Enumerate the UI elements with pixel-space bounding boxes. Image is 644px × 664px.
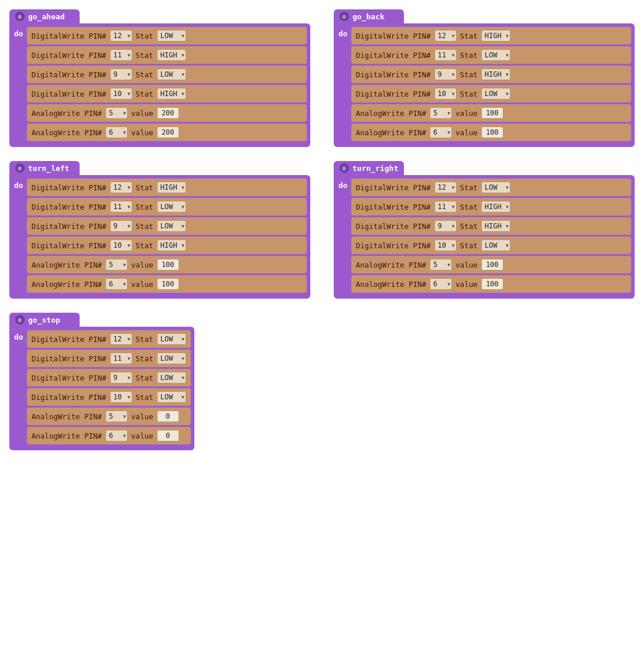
stat-dropdown-wrap[interactable]: LOWHIGH: [481, 30, 511, 42]
pin-dropdown-wrap[interactable]: 569101112: [110, 391, 132, 403]
stat-dropdown[interactable]: LOWHIGH: [157, 220, 186, 232]
stat-dropdown-wrap[interactable]: LOWHIGH: [157, 333, 186, 345]
pin-dropdown[interactable]: 569101112: [110, 352, 132, 364]
stat-dropdown[interactable]: LOWHIGH: [481, 88, 511, 100]
pin-dropdown[interactable]: 569101112: [110, 201, 132, 213]
pin-dropdown-wrap[interactable]: 569101112: [434, 182, 457, 193]
stat-dropdown-wrap[interactable]: LOWHIGH: [157, 391, 186, 403]
pin-dropdown[interactable]: 569101112: [105, 126, 128, 138]
stat-dropdown[interactable]: LOWHIGH: [157, 391, 186, 403]
pin-dropdown-wrap[interactable]: 569101112: [110, 333, 132, 345]
pin-dropdown[interactable]: 569101112: [110, 30, 132, 42]
stat-dropdown[interactable]: LOWHIGH: [481, 30, 511, 42]
stat-dropdown[interactable]: LOWHIGH: [157, 69, 186, 80]
pin-dropdown-wrap[interactable]: 569101112: [110, 239, 132, 251]
pin-dropdown[interactable]: 569101112: [110, 220, 132, 232]
stat-dropdown-wrap[interactable]: LOWHIGH: [157, 372, 186, 384]
pin-dropdown-wrap[interactable]: 569101112: [105, 259, 128, 271]
stat-dropdown[interactable]: LOWHIGH: [157, 352, 186, 364]
stat-dropdown-wrap[interactable]: LOWHIGH: [157, 201, 186, 213]
pin-dropdown-wrap[interactable]: 569101112: [430, 126, 452, 138]
pin-dropdown[interactable]: 569101112: [434, 49, 457, 61]
pin-dropdown[interactable]: 569101112: [430, 126, 452, 138]
pin-dropdown-wrap[interactable]: 569101112: [434, 30, 457, 42]
stat-dropdown-wrap[interactable]: LOWHIGH: [481, 220, 511, 232]
pin-dropdown[interactable]: 569101112: [110, 69, 132, 80]
stat-dropdown[interactable]: LOWHIGH: [157, 88, 186, 100]
pin-dropdown[interactable]: 569101112: [434, 30, 457, 42]
pin-dropdown-wrap[interactable]: 569101112: [434, 49, 457, 61]
stat-dropdown[interactable]: LOWHIGH: [481, 239, 511, 251]
pin-dropdown[interactable]: 569101112: [110, 182, 132, 193]
stat-dropdown-wrap[interactable]: LOWHIGH: [157, 69, 186, 80]
pin-dropdown-wrap[interactable]: 569101112: [430, 278, 452, 290]
pin-dropdown[interactable]: 569101112: [434, 88, 457, 100]
pin-dropdown[interactable]: 569101112: [110, 88, 132, 100]
pin-dropdown[interactable]: 569101112: [105, 107, 128, 119]
stat-dropdown[interactable]: LOWHIGH: [157, 201, 186, 213]
pin-dropdown[interactable]: 569101112: [110, 239, 132, 251]
pin-dropdown-wrap[interactable]: 569101112: [110, 372, 132, 384]
stat-dropdown[interactable]: LOWHIGH: [157, 372, 186, 384]
pin-dropdown-wrap[interactable]: 569101112: [105, 410, 128, 422]
pin-dropdown-wrap[interactable]: 569101112: [434, 201, 457, 213]
stat-dropdown[interactable]: LOWHIGH: [481, 182, 511, 193]
pin-dropdown-wrap[interactable]: 569101112: [105, 278, 128, 290]
stat-dropdown-wrap[interactable]: LOWHIGH: [157, 30, 186, 42]
pin-dropdown-wrap[interactable]: 569101112: [430, 259, 452, 271]
pin-dropdown-wrap[interactable]: 569101112: [110, 69, 132, 80]
stat-dropdown-wrap[interactable]: LOWHIGH: [481, 88, 511, 100]
stat-dropdown[interactable]: LOWHIGH: [481, 201, 511, 213]
pin-dropdown-wrap[interactable]: 569101112: [110, 201, 132, 213]
pin-dropdown[interactable]: 569101112: [105, 278, 128, 290]
pin-dropdown[interactable]: 569101112: [105, 259, 128, 271]
stat-dropdown[interactable]: LOWHIGH: [481, 69, 511, 80]
stat-dropdown[interactable]: LOWHIGH: [157, 30, 186, 42]
stat-dropdown-wrap[interactable]: LOWHIGH: [481, 69, 511, 80]
pin-dropdown[interactable]: 569101112: [105, 430, 128, 441]
stat-dropdown-wrap[interactable]: LOWHIGH: [481, 239, 511, 251]
stat-dropdown[interactable]: LOWHIGH: [157, 333, 186, 345]
pin-dropdown-wrap[interactable]: 569101112: [105, 107, 128, 119]
pin-dropdown-wrap[interactable]: 569101112: [434, 69, 457, 80]
pin-dropdown[interactable]: 569101112: [105, 410, 128, 422]
pin-dropdown-wrap[interactable]: 569101112: [110, 49, 132, 61]
pin-dropdown-wrap[interactable]: 569101112: [105, 126, 128, 138]
pin-dropdown[interactable]: 569101112: [434, 182, 457, 193]
pin-dropdown[interactable]: 569101112: [434, 201, 457, 213]
pin-dropdown-wrap[interactable]: 569101112: [110, 220, 132, 232]
pin-dropdown[interactable]: 569101112: [110, 372, 132, 384]
pin-dropdown-wrap[interactable]: 569101112: [110, 30, 132, 42]
pin-dropdown-wrap[interactable]: 569101112: [430, 107, 452, 119]
stat-dropdown-wrap[interactable]: LOWHIGH: [157, 239, 186, 251]
pin-dropdown[interactable]: 569101112: [430, 278, 452, 290]
pin-dropdown-wrap[interactable]: 569101112: [434, 239, 457, 251]
stat-dropdown-wrap[interactable]: LOWHIGH: [481, 182, 511, 193]
pin-dropdown[interactable]: 569101112: [110, 49, 132, 61]
stat-dropdown[interactable]: LOWHIGH: [157, 239, 186, 251]
pin-dropdown-wrap[interactable]: 569101112: [110, 352, 132, 364]
pin-dropdown[interactable]: 569101112: [110, 391, 132, 403]
pin-dropdown[interactable]: 569101112: [430, 107, 452, 119]
pin-dropdown-wrap[interactable]: 569101112: [105, 430, 128, 441]
stat-dropdown[interactable]: LOWHIGH: [481, 49, 511, 61]
stat-dropdown-wrap[interactable]: LOWHIGH: [481, 49, 511, 61]
stat-dropdown-wrap[interactable]: LOWHIGH: [481, 201, 511, 213]
pin-dropdown[interactable]: 569101112: [434, 69, 457, 80]
stat-dropdown-wrap[interactable]: LOWHIGH: [157, 220, 186, 232]
stat-dropdown-wrap[interactable]: LOWHIGH: [157, 352, 186, 364]
pin-dropdown-wrap[interactable]: 569101112: [110, 88, 132, 100]
pin-dropdown[interactable]: 569101112: [110, 333, 132, 345]
pin-dropdown[interactable]: 569101112: [434, 239, 457, 251]
pin-dropdown-wrap[interactable]: 569101112: [110, 182, 132, 193]
stat-dropdown-wrap[interactable]: LOWHIGH: [157, 182, 186, 193]
pin-dropdown-wrap[interactable]: 569101112: [434, 220, 457, 232]
pin-dropdown-wrap[interactable]: 569101112: [434, 88, 457, 100]
stat-dropdown[interactable]: LOWHIGH: [157, 182, 186, 193]
pin-dropdown[interactable]: 569101112: [434, 220, 457, 232]
pin-dropdown[interactable]: 569101112: [430, 259, 452, 271]
stat-dropdown[interactable]: LOWHIGH: [157, 49, 186, 61]
stat-dropdown[interactable]: LOWHIGH: [481, 220, 511, 232]
stat-dropdown-wrap[interactable]: LOWHIGH: [157, 49, 186, 61]
stat-dropdown-wrap[interactable]: LOWHIGH: [157, 88, 186, 100]
